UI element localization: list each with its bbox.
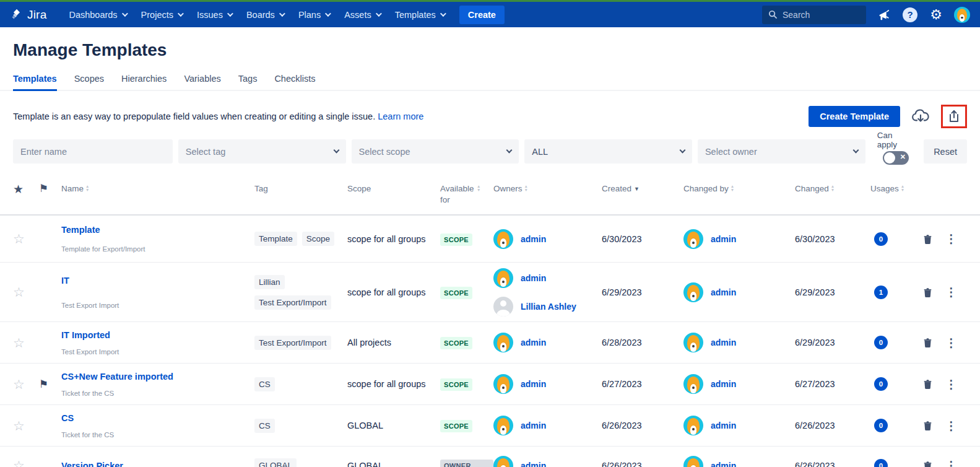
star-icon[interactable]: ☆ [13, 286, 39, 299]
export-templates-button[interactable] [946, 108, 962, 124]
header-owners[interactable]: Owners▲▼ [493, 183, 602, 194]
nav-item-issues[interactable]: Issues [191, 6, 238, 24]
template-name-link[interactable]: Version Picker [61, 461, 254, 467]
type-filter-select[interactable]: ALL [524, 139, 692, 164]
header-usages[interactable]: Usages▲▼ [870, 183, 919, 194]
changed-by-link[interactable]: admin [711, 379, 736, 389]
create-template-button[interactable]: Create Template [809, 106, 900, 127]
nav-item-boards[interactable]: Boards [240, 6, 290, 24]
star-icon[interactable]: ☆ [13, 232, 39, 245]
owner-link[interactable]: admin [521, 338, 546, 347]
changed-by-link[interactable]: admin [711, 234, 736, 244]
delete-button[interactable] [922, 337, 933, 348]
kebab-menu-button[interactable]: ⋮ [945, 419, 957, 433]
tab-templates[interactable]: Templates [13, 69, 57, 90]
owner-link[interactable]: admin [521, 461, 546, 467]
kebab-menu-button[interactable]: ⋮ [945, 458, 957, 467]
owner-filter-select[interactable]: Select owner [698, 139, 865, 164]
delete-button[interactable] [922, 460, 933, 467]
owner-link[interactable]: admin [521, 421, 546, 430]
template-name-link[interactable]: IT Imported [61, 330, 254, 340]
usages-badge[interactable]: 1 [874, 286, 888, 299]
page-description: Template is an easy way to prepopulate f… [13, 111, 423, 121]
learn-more-link[interactable]: Learn more [378, 111, 423, 121]
favorite-column-header[interactable]: ★ [13, 183, 39, 195]
announcements-icon[interactable] [876, 7, 892, 23]
header-changed[interactable]: Changed▲▼ [795, 183, 870, 194]
changed-by-link[interactable]: admin [711, 461, 736, 467]
sort-icon: ▲▼ [524, 185, 528, 192]
kebab-menu-button[interactable]: ⋮ [945, 336, 957, 350]
tab-checklists[interactable]: Checklists [274, 69, 315, 90]
owner-link[interactable]: admin [521, 379, 546, 389]
usages-badge[interactable]: 0 [874, 459, 888, 467]
tab-scopes[interactable]: Scopes [74, 69, 104, 90]
kebab-menu-button[interactable]: ⋮ [945, 377, 957, 391]
nav-item-dashboards[interactable]: Dashboards [63, 6, 132, 24]
delete-button[interactable] [922, 234, 933, 245]
star-icon[interactable]: ☆ [13, 378, 39, 391]
chevron-down-icon [333, 147, 339, 154]
nav-item-projects[interactable]: Projects [135, 6, 188, 24]
owner-link[interactable]: admin [521, 273, 546, 283]
import-templates-button[interactable] [909, 106, 932, 127]
tab-tags[interactable]: Tags [238, 69, 258, 90]
create-button[interactable]: Create [459, 6, 505, 24]
template-name-link[interactable]: CS [61, 413, 254, 423]
brand-name: Jira [27, 8, 46, 22]
owner-link[interactable]: Lillian Ashley [521, 302, 576, 312]
dog-avatar [493, 456, 513, 467]
kebab-menu-button[interactable]: ⋮ [945, 232, 957, 246]
header-name[interactable]: Name▲▼ [61, 183, 254, 194]
template-name-link[interactable]: IT [61, 276, 254, 286]
delete-button[interactable] [922, 378, 933, 390]
scope-filter-select[interactable]: Select scope [352, 139, 519, 164]
star-icon[interactable]: ☆ [13, 459, 39, 467]
search-input[interactable] [783, 10, 851, 20]
delete-button[interactable] [922, 420, 933, 431]
usages-badge[interactable]: 0 [874, 232, 888, 246]
kebab-menu-button[interactable]: ⋮ [945, 285, 957, 299]
can-apply-toggle[interactable]: ✕ [883, 151, 909, 165]
dog-avatar [493, 333, 513, 352]
header-changed-by[interactable]: Changed by▲▼ [683, 183, 795, 194]
settings-gear-icon[interactable]: ⚙ [928, 7, 944, 23]
dog-avatar [493, 374, 513, 394]
header-created[interactable]: Created▼ [602, 183, 683, 194]
nav-item-templates[interactable]: Templates [389, 6, 451, 24]
header-available-for[interactable]: Available for▲▼ [440, 183, 493, 206]
delete-button[interactable] [922, 287, 933, 298]
changed-by-link[interactable]: admin [711, 287, 736, 297]
usages-badge[interactable]: 0 [874, 336, 888, 349]
changed-by-link[interactable]: admin [711, 338, 736, 347]
header-scope[interactable]: Scope [347, 183, 440, 194]
nav-item-assets[interactable]: Assets [338, 6, 386, 24]
tab-variables[interactable]: Variables [184, 69, 220, 90]
usages-badge[interactable]: 0 [874, 419, 888, 432]
reset-button[interactable]: Reset [924, 139, 967, 164]
star-icon[interactable]: ☆ [13, 419, 39, 432]
user-avatar[interactable] [954, 7, 970, 23]
help-icon[interactable]: ? [902, 7, 918, 23]
global-search[interactable] [762, 6, 866, 24]
owner-link[interactable]: admin [521, 234, 546, 244]
template-name-link[interactable]: CS+New Feature imported [61, 372, 254, 382]
filter-bar: Select tag Select scope ALL Select owner… [0, 134, 980, 172]
name-filter-input[interactable] [20, 147, 165, 157]
flag-column-header[interactable]: ⚑ [39, 183, 61, 194]
flag-icon[interactable]: ⚑ [39, 379, 61, 390]
scope-cell: scope for all groups [347, 287, 440, 297]
changed-by-link[interactable]: admin [711, 421, 736, 430]
usages-badge[interactable]: 0 [874, 377, 888, 391]
sort-icon: ▲▼ [85, 185, 89, 192]
nav-item-plans[interactable]: Plans [292, 6, 336, 24]
tag-filter-select[interactable]: Select tag [178, 139, 346, 164]
jira-logo[interactable]: Jira [10, 8, 46, 22]
header-tag[interactable]: Tag [254, 183, 347, 194]
star-icon[interactable]: ☆ [13, 336, 39, 349]
created-date: 6/30/2023 [602, 234, 683, 244]
tab-hierarchies[interactable]: Hierarchies [121, 69, 167, 90]
name-filter[interactable] [13, 139, 173, 164]
template-name-link[interactable]: Template [61, 225, 254, 235]
table-row: ☆ Template Template for Export/Import Te… [0, 216, 980, 263]
